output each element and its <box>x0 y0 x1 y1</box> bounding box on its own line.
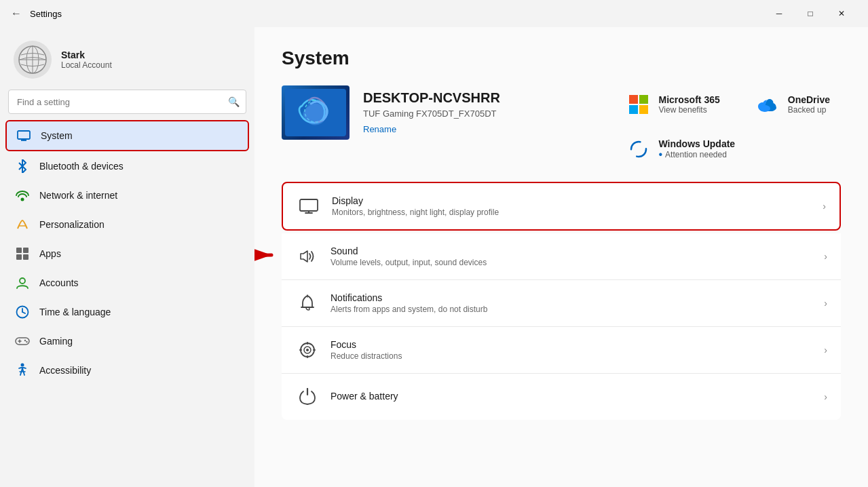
right-cards: Microsoft 365 View benefits <box>616 85 842 168</box>
svg-point-26 <box>759 105 770 112</box>
time-icon <box>15 305 30 319</box>
system-icon <box>16 128 31 143</box>
settings-item-notifications[interactable]: Notifications Alerts from apps and syste… <box>282 280 841 327</box>
device-card: DESKTOP-NCVSHRR TUF Gaming FX705DT_FX705… <box>282 85 500 140</box>
top-info-cards: Microsoft 365 View benefits <box>616 85 842 123</box>
device-model: TUF Gaming FX705DT_FX705DT <box>363 109 500 119</box>
settings-list: Display Monitors, brightness, night ligh… <box>282 182 841 420</box>
sidebar-item-apps[interactable]: Apps <box>5 239 249 268</box>
display-title: Display <box>332 195 812 206</box>
display-icon <box>297 194 321 218</box>
sidebar-item-network[interactable]: Network & internet <box>5 181 249 210</box>
notifications-subtitle: Alerts from apps and system, do not dist… <box>331 305 813 314</box>
focus-subtitle: Reduce distractions <box>331 351 813 361</box>
sidebar-item-label-accounts: Accounts <box>39 277 79 288</box>
sidebar-item-label-time: Time & language <box>39 307 111 317</box>
sound-title: Sound <box>331 246 813 256</box>
windows-update-sub: Attention needed <box>665 150 727 159</box>
page-title: System <box>282 47 841 69</box>
sidebar-item-label-gaming: Gaming <box>39 336 73 347</box>
gaming-icon <box>15 334 30 349</box>
sidebar: Stark Local Account 🔍 System <box>0 27 254 487</box>
svg-line-16 <box>22 312 25 313</box>
focus-chevron: › <box>824 345 827 355</box>
focus-title: Focus <box>331 339 813 350</box>
svg-point-27 <box>631 142 646 157</box>
sidebar-item-personalization[interactable]: Personalization <box>5 210 249 239</box>
accounts-icon <box>15 275 30 290</box>
device-top: DESKTOP-NCVSHRR TUF Gaming FX705DT_FX705… <box>282 85 841 168</box>
display-text: Display Monitors, brightness, night ligh… <box>332 195 812 217</box>
ms365-sub: View benefits <box>659 105 720 115</box>
sound-text: Sound Volume levels, output, input, soun… <box>331 246 813 267</box>
svg-point-21 <box>26 341 27 343</box>
ms365-icon <box>626 92 651 117</box>
device-image <box>282 85 350 140</box>
search-box: 🔍 <box>8 90 246 114</box>
svg-rect-11 <box>16 254 22 260</box>
svg-rect-4 <box>18 131 30 139</box>
user-type: Local Account <box>61 60 112 70</box>
sidebar-nav: System Bluetooth & devices <box>5 119 249 385</box>
onedrive-text: OneDrive Backed up <box>788 94 830 115</box>
onedrive-sub: Backed up <box>788 105 830 115</box>
sidebar-item-bluetooth[interactable]: Bluetooth & devices <box>5 152 249 180</box>
personalization-icon <box>15 217 30 232</box>
search-icon: 🔍 <box>228 96 240 107</box>
rename-link[interactable]: Rename <box>363 124 396 134</box>
notifications-icon <box>295 291 320 315</box>
content-area: System <box>254 27 868 487</box>
power-icon <box>295 385 320 409</box>
title-bar-title: Settings <box>30 9 62 19</box>
power-title: Power & battery <box>331 391 813 402</box>
sidebar-item-label-apps: Apps <box>39 248 61 259</box>
svg-point-20 <box>24 340 26 341</box>
avatar <box>14 41 52 79</box>
windows-update-title: Windows Update <box>659 138 736 149</box>
red-arrow <box>254 235 278 278</box>
svg-point-36 <box>306 349 309 351</box>
sidebar-item-label-system: System <box>41 130 73 141</box>
svg-point-13 <box>20 278 25 284</box>
settings-item-power[interactable]: Power & battery › <box>282 374 841 420</box>
onedrive-title: OneDrive <box>788 94 830 105</box>
sidebar-item-system[interactable]: System <box>5 120 249 151</box>
windows-update-text: Windows Update • Attention needed <box>659 138 736 160</box>
settings-item-focus[interactable]: Focus Reduce distractions › <box>282 327 841 374</box>
notifications-title: Notifications <box>331 292 813 303</box>
settings-item-sound[interactable]: Sound Volume levels, output, input, soun… <box>282 233 841 280</box>
user-section: Stark Local Account <box>5 27 249 90</box>
accessibility-icon <box>15 363 30 378</box>
sidebar-item-accessibility[interactable]: Accessibility <box>5 356 249 385</box>
title-bar: ← Settings ─ □ ✕ <box>0 0 868 27</box>
maximize-button[interactable]: □ <box>795 3 826 24</box>
search-input[interactable] <box>8 90 246 114</box>
windows-update-card[interactable]: Windows Update • Attention needed <box>616 130 842 168</box>
display-subtitle: Monitors, brightness, night light, displ… <box>332 208 812 217</box>
settings-item-display[interactable]: Display Monitors, brightness, night ligh… <box>282 182 841 231</box>
notifications-text: Notifications Alerts from apps and syste… <box>331 292 813 314</box>
notifications-chevron: › <box>824 298 827 309</box>
apps-icon <box>15 246 30 261</box>
svg-rect-12 <box>23 254 29 260</box>
svg-point-22 <box>21 364 24 367</box>
onedrive-card[interactable]: OneDrive Backed up <box>744 85 841 123</box>
sound-chevron: › <box>824 251 827 262</box>
sidebar-item-label-network: Network & internet <box>39 190 117 201</box>
attention-dot: • <box>659 149 663 160</box>
device-name: DESKTOP-NCVSHRR <box>363 90 500 106</box>
network-icon <box>15 188 30 203</box>
svg-rect-9 <box>16 248 22 253</box>
sidebar-item-label-personalization: Personalization <box>39 219 105 230</box>
sidebar-item-accounts[interactable]: Accounts <box>5 269 249 297</box>
ms365-card[interactable]: Microsoft 365 View benefits <box>616 85 731 123</box>
back-button[interactable]: ← <box>11 7 22 20</box>
minimize-button[interactable]: ─ <box>763 3 795 24</box>
close-button[interactable]: ✕ <box>826 3 857 24</box>
app-body: Stark Local Account 🔍 System <box>0 27 868 487</box>
sidebar-item-time[interactable]: Time & language <box>5 298 249 326</box>
svg-point-7 <box>21 198 24 201</box>
windows-update-icon <box>626 137 651 161</box>
title-bar-left: ← Settings <box>11 7 62 20</box>
sidebar-item-gaming[interactable]: Gaming <box>5 327 249 355</box>
